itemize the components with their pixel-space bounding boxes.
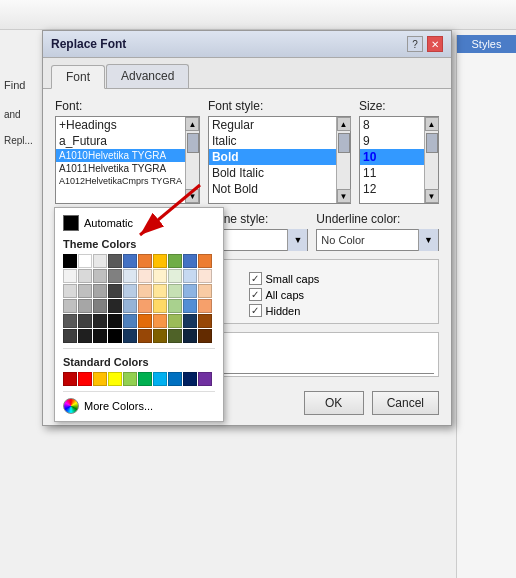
standard-color-cell[interactable] (108, 372, 122, 386)
theme-color-cell[interactable] (138, 269, 152, 283)
style-scroll-down[interactable]: ▼ (337, 189, 351, 203)
theme-color-cell[interactable] (108, 329, 122, 343)
theme-color-cell[interactable] (108, 314, 122, 328)
font-item-3[interactable]: A1011Helvetika TYGRA (56, 162, 185, 175)
theme-color-cell[interactable] (63, 284, 77, 298)
style-item-bolditalic[interactable]: Bold Italic (209, 165, 336, 181)
theme-color-cell[interactable] (123, 329, 137, 343)
style-item-notbold[interactable]: Not Bold (209, 181, 336, 197)
theme-color-cell[interactable] (153, 254, 167, 268)
underline-color-arrow[interactable]: ▼ (418, 229, 438, 251)
size-listbox[interactable]: 8 9 10 11 12 (360, 117, 424, 203)
font-scrollbar[interactable]: ▲ ▼ (185, 117, 199, 203)
theme-color-cell[interactable] (153, 284, 167, 298)
font-item-2[interactable]: A1010Helvetika TYGRA (56, 149, 185, 162)
underline-style-arrow[interactable]: ▼ (287, 229, 307, 251)
ok-button[interactable]: OK (304, 391, 364, 415)
scroll-track[interactable] (186, 131, 199, 189)
theme-color-cell[interactable] (63, 314, 77, 328)
font-item-0[interactable]: +Headings (56, 117, 185, 133)
theme-color-cell[interactable] (123, 254, 137, 268)
cancel-button[interactable]: Cancel (372, 391, 439, 415)
scroll-up-arrow[interactable]: ▲ (185, 117, 199, 131)
standard-color-cell[interactable] (153, 372, 167, 386)
all-caps-checkbox[interactable] (249, 288, 262, 301)
size-12[interactable]: 12 (360, 181, 424, 197)
style-item-italic[interactable]: Italic (209, 133, 336, 149)
small-caps-checkbox[interactable] (249, 272, 262, 285)
standard-color-cell[interactable] (183, 372, 197, 386)
size-11[interactable]: 11 (360, 165, 424, 181)
theme-color-cell[interactable] (183, 314, 197, 328)
theme-color-cell[interactable] (63, 254, 77, 268)
theme-color-cell[interactable] (63, 299, 77, 313)
theme-color-cell[interactable] (198, 269, 212, 283)
standard-color-cell[interactable] (123, 372, 137, 386)
help-icon[interactable]: ? (407, 36, 423, 52)
standard-color-cell[interactable] (168, 372, 182, 386)
theme-color-cell[interactable] (138, 329, 152, 343)
style-listbox[interactable]: Regular Italic Bold Bold Italic Not Bold (209, 117, 336, 203)
theme-color-cell[interactable] (198, 314, 212, 328)
theme-color-cell[interactable] (153, 329, 167, 343)
standard-color-cell[interactable] (93, 372, 107, 386)
theme-color-cell[interactable] (168, 314, 182, 328)
scroll-thumb[interactable] (187, 133, 199, 153)
more-colors-row[interactable]: More Colors... (59, 395, 219, 417)
theme-color-cell[interactable] (183, 329, 197, 343)
theme-color-cell[interactable] (198, 254, 212, 268)
theme-color-cell[interactable] (63, 269, 77, 283)
theme-color-cell[interactable] (78, 269, 92, 283)
theme-color-cell[interactable] (63, 329, 77, 343)
size-scroll-thumb[interactable] (426, 133, 438, 153)
theme-color-cell[interactable] (168, 254, 182, 268)
standard-color-cell[interactable] (138, 372, 152, 386)
theme-color-cell[interactable] (168, 269, 182, 283)
hidden-checkbox[interactable] (249, 304, 262, 317)
theme-color-cell[interactable] (153, 299, 167, 313)
theme-color-cell[interactable] (93, 329, 107, 343)
theme-color-cell[interactable] (183, 299, 197, 313)
theme-color-cell[interactable] (108, 254, 122, 268)
theme-color-cell[interactable] (93, 254, 107, 268)
theme-color-cell[interactable] (168, 329, 182, 343)
theme-color-cell[interactable] (108, 284, 122, 298)
style-scroll-up[interactable]: ▲ (337, 117, 351, 131)
theme-color-cell[interactable] (138, 314, 152, 328)
theme-color-cell[interactable] (138, 254, 152, 268)
theme-color-cell[interactable] (153, 269, 167, 283)
underline-color-select[interactable]: No Color ▼ (316, 229, 439, 251)
theme-color-cell[interactable] (93, 269, 107, 283)
theme-color-cell[interactable] (198, 299, 212, 313)
theme-color-cell[interactable] (108, 299, 122, 313)
theme-color-cell[interactable] (123, 299, 137, 313)
size-scroll-down[interactable]: ▼ (425, 189, 439, 203)
theme-color-cell[interactable] (183, 254, 197, 268)
theme-color-cell[interactable] (138, 284, 152, 298)
standard-color-cell[interactable] (198, 372, 212, 386)
theme-color-cell[interactable] (183, 284, 197, 298)
size-10[interactable]: 10 (360, 149, 424, 165)
theme-color-cell[interactable] (183, 269, 197, 283)
theme-color-cell[interactable] (93, 284, 107, 298)
tab-font[interactable]: Font (51, 65, 105, 89)
theme-color-cell[interactable] (78, 314, 92, 328)
style-item-regular[interactable]: Regular (209, 117, 336, 133)
style-scroll-thumb[interactable] (338, 133, 350, 153)
theme-color-cell[interactable] (138, 299, 152, 313)
auto-color-row[interactable]: Automatic (59, 212, 219, 234)
theme-color-cell[interactable] (108, 269, 122, 283)
theme-color-cell[interactable] (78, 329, 92, 343)
font-item-4[interactable]: A1012HelvetikaCmprs TYGRA (56, 175, 185, 187)
theme-color-cell[interactable] (78, 254, 92, 268)
theme-color-cell[interactable] (123, 269, 137, 283)
tab-advanced[interactable]: Advanced (106, 64, 189, 88)
size-scroll-up[interactable]: ▲ (425, 117, 439, 131)
standard-color-cell[interactable] (78, 372, 92, 386)
size-scrollbar[interactable]: ▲ ▼ (424, 117, 438, 203)
theme-color-cell[interactable] (93, 299, 107, 313)
theme-color-cell[interactable] (198, 284, 212, 298)
style-scrollbar[interactable]: ▲ ▼ (336, 117, 350, 203)
font-item-1[interactable]: a_Futura (56, 133, 185, 149)
theme-color-cell[interactable] (153, 314, 167, 328)
